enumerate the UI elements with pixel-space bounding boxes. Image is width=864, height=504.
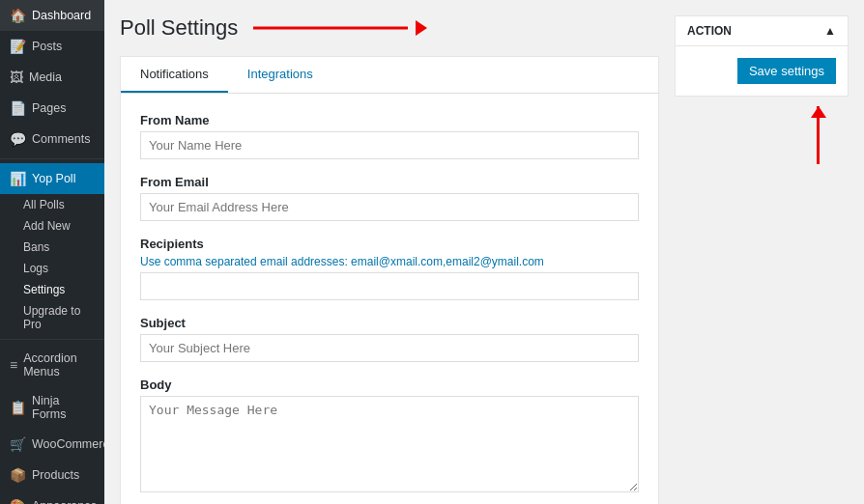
sidebar-item-label: WooCommerce [32, 437, 104, 451]
subject-group: Subject [140, 316, 639, 362]
sidebar-item-media[interactable]: 🖼 Media [0, 62, 104, 93]
center-panel: Poll Settings Notifications Integrations… [120, 15, 659, 489]
right-panel: ACTION ▲ Save settings [675, 15, 849, 489]
settings-box: Notifications Integrations From Name Fro… [120, 56, 659, 504]
from-email-label: From Email [140, 175, 639, 189]
sidebar-sub-settings[interactable]: Settings [0, 279, 104, 300]
from-email-input[interactable] [140, 193, 639, 221]
body-textarea[interactable] [140, 396, 639, 492]
sidebar-item-ninja-forms[interactable]: 📋 Ninja Forms [0, 386, 104, 429]
sidebar-item-label: Pages [32, 101, 66, 115]
sidebar-item-label: Comments [32, 132, 90, 146]
sidebar-sub-upgrade[interactable]: Upgrade to Pro [0, 300, 104, 335]
action-box: ACTION ▲ Save settings [675, 15, 849, 97]
sidebar-item-dashboard[interactable]: 🏠 Dashboard [0, 0, 104, 31]
subject-label: Subject [140, 316, 639, 330]
from-name-input[interactable] [140, 131, 639, 159]
pages-icon: 📄 [10, 100, 26, 116]
sidebar-item-pages[interactable]: 📄 Pages [0, 93, 104, 124]
sidebar-item-posts[interactable]: 📝 Posts [0, 31, 104, 62]
ninja-forms-icon: 📋 [10, 400, 26, 415]
save-settings-button[interactable]: Save settings [737, 58, 836, 84]
sidebar-sub-add-new[interactable]: Add New [0, 215, 104, 237]
sidebar-item-label: Accordion Menus [23, 351, 95, 378]
from-email-group: From Email [140, 175, 639, 221]
products-icon: 📦 [10, 467, 26, 483]
accordion-icon: ≡ [10, 357, 17, 373]
from-name-group: From Name [140, 113, 639, 159]
sidebar-item-yop-poll[interactable]: 📊 Yop Poll [0, 163, 104, 194]
sidebar-item-label: Posts [32, 40, 62, 53]
action-header: ACTION ▲ [676, 16, 848, 46]
sidebar: 🏠 Dashboard 📝 Posts 🖼 Media 📄 Pages 💬 Co… [0, 0, 104, 504]
sidebar-item-label: Media [29, 70, 62, 84]
body-label: Body [140, 378, 639, 392]
sidebar-item-label: Dashboard [32, 9, 91, 22]
subject-input[interactable] [140, 334, 639, 362]
appearance-icon: 🎨 [10, 498, 26, 504]
sidebar-item-woocommerce[interactable]: 🛒 WooCommerce [0, 429, 104, 460]
sidebar-item-label: Appearance [32, 499, 97, 504]
sidebar-sub-all-polls[interactable]: All Polls [0, 194, 104, 215]
media-icon: 🖼 [10, 70, 23, 85]
title-arrow [253, 18, 427, 38]
dashboard-icon: 🏠 [10, 8, 26, 23]
sidebar-item-label: Ninja Forms [32, 394, 95, 421]
sidebar-item-label: Products [32, 468, 79, 482]
sidebar-item-accordion[interactable]: ≡ Accordion Menus [0, 344, 104, 386]
woocommerce-icon: 🛒 [10, 436, 26, 452]
yop-poll-icon: 📊 [10, 171, 26, 186]
sidebar-sub-logs[interactable]: Logs [0, 258, 104, 279]
recipients-group: Recipients Use comma separated email add… [140, 237, 639, 300]
tab-content-notifications: From Name From Email Recipients Use comm… [121, 94, 658, 504]
page-title: Poll Settings [120, 15, 659, 41]
recipients-input[interactable] [140, 272, 639, 300]
tab-notifications[interactable]: Notifications [121, 57, 228, 93]
main-content: Poll Settings Notifications Integrations… [104, 0, 864, 504]
action-body: Save settings [676, 46, 848, 96]
arrow-up-container [675, 97, 849, 174]
comments-icon: 💬 [10, 131, 26, 147]
collapse-icon[interactable]: ▲ [824, 24, 836, 38]
posts-icon: 📝 [10, 39, 26, 54]
tab-bar: Notifications Integrations [121, 57, 658, 94]
sidebar-item-appearance[interactable]: 🎨 Appearance [0, 490, 104, 504]
body-group: Body [140, 378, 639, 495]
sidebar-sub-bans[interactable]: Bans [0, 237, 104, 258]
from-name-label: From Name [140, 113, 639, 127]
sidebar-item-label: Yop Poll [32, 172, 75, 185]
recipients-hint: Use comma separated email addresses: ema… [140, 255, 639, 268]
sidebar-item-comments[interactable]: 💬 Comments [0, 124, 104, 154]
tab-integrations[interactable]: Integrations [228, 57, 332, 93]
sidebar-item-products[interactable]: 📦 Products [0, 460, 104, 490]
arrow-up [817, 106, 820, 164]
recipients-label: Recipients [140, 237, 639, 251]
